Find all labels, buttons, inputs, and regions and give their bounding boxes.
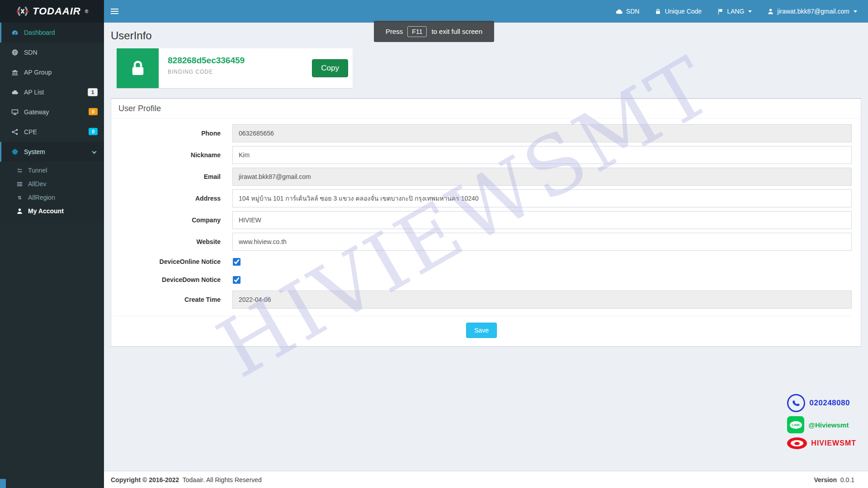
form-row-email: Email: [111, 168, 852, 186]
share-icon: [11, 128, 19, 136]
retweet-icon: [16, 194, 23, 201]
submenu-item-tunnel[interactable]: Tunnel: [0, 164, 104, 177]
system-submenu: Tunnel AllDev AllRegion My Account: [0, 162, 104, 221]
form-row-phone: Phone: [111, 124, 852, 142]
ap-list-count-badge: 1: [88, 88, 98, 96]
contact-phone-row: 020248080: [787, 394, 856, 412]
submenu-item-label: Tunnel: [28, 167, 47, 174]
brand-registered-mark: ®: [85, 9, 88, 14]
footer-copyright-text: Todaair. All Rights Reserved: [183, 476, 262, 483]
sidebar-item-ap-list[interactable]: AP List 1: [0, 82, 104, 102]
submenu-item-my-account[interactable]: My Account: [0, 204, 104, 218]
globe-icon: [11, 49, 19, 56]
nickname-field[interactable]: [232, 146, 852, 164]
binding-code-info: 828268d5ec336459 BINDING CODE: [159, 48, 245, 88]
sidebar-item-gateway[interactable]: Gateway 0: [0, 102, 104, 122]
chevron-down-icon: [748, 10, 752, 13]
toast-text-prefix: Press: [386, 28, 403, 35]
footer-version: Version 0.0.1: [814, 476, 854, 483]
contact-block: 020248080 LINE @Hiviewsmt HIVIEWSMT: [787, 394, 856, 449]
footer: Copyright © 2016-2022 Todaair. All Right…: [104, 471, 868, 488]
contact-line-handle: @Hiviewsmt: [808, 421, 849, 429]
topnav: SDN Unique Code LANG jirawat.bkk87@gmail…: [615, 0, 868, 23]
sidebar-item-sdn[interactable]: SDN: [0, 42, 104, 62]
cloud-icon: [615, 8, 623, 15]
topnav-sdn-label: SDN: [626, 8, 640, 15]
copy-button[interactable]: Copy: [312, 59, 348, 77]
sidebar-item-system[interactable]: System: [0, 142, 104, 162]
panel-title: User Profile: [111, 99, 861, 119]
save-button[interactable]: Save: [466, 323, 497, 338]
form-row-create-time: Create Time: [111, 291, 852, 309]
sidebar-item-label: Gateway: [24, 108, 49, 116]
footer-version-number: 0.0.1: [840, 476, 854, 483]
gear-icon: [11, 148, 19, 155]
field-label: Company: [111, 216, 232, 224]
save-area: Save: [111, 316, 852, 346]
topnav-user-dropdown[interactable]: jirawat.bkk87@gmail.com: [767, 0, 857, 23]
field-label: Create Time: [111, 296, 232, 303]
topnav-unique-code[interactable]: Unique Code: [655, 0, 702, 23]
brand-mark-icon: [16, 5, 29, 18]
field-label: DeviceOnline Notice: [111, 258, 232, 265]
footer-copyright: Copyright © 2016-2022 Todaair. All Right…: [111, 476, 262, 483]
flag-icon: [717, 8, 724, 15]
phone-field: [232, 124, 852, 142]
contact-line-row: LINE @Hiviewsmt: [787, 416, 856, 433]
sidebar-toggle-button[interactable]: [104, 0, 125, 23]
field-label: Email: [111, 173, 232, 180]
deviceonline-notice-checkbox[interactable]: [233, 258, 241, 266]
form-row-company: Company: [111, 211, 852, 229]
company-field[interactable]: [232, 211, 852, 229]
form-row-address: Address: [111, 189, 852, 207]
binding-code-card: 828268d5ec336459 BINDING CODE Copy: [117, 48, 353, 88]
chevron-down-icon: [854, 10, 857, 13]
topnav-sdn[interactable]: SDN: [615, 0, 640, 23]
submenu-item-allregion[interactable]: AllRegion: [0, 191, 104, 204]
footer-version-label: Version: [814, 476, 837, 483]
list-icon: [16, 181, 23, 188]
main-content: UserInfo 828268d5ec336459 BINDING CODE C…: [104, 23, 868, 471]
devicedown-notice-checkbox[interactable]: [233, 276, 241, 284]
fullscreen-toast: Press F11 to exit full screen: [374, 21, 494, 42]
binding-code-value: 828268d5ec336459: [168, 56, 245, 66]
f11-key-badge: F11: [407, 26, 427, 37]
bank-icon: [11, 69, 19, 76]
field-label: Phone: [111, 130, 232, 137]
submenu-item-label: My Account: [28, 207, 64, 215]
submenu-item-label: AllDev: [28, 180, 46, 188]
desktop-icon: [11, 108, 19, 116]
contact-brand-name: HIVIEWSMT: [811, 439, 856, 447]
cpe-count-badge: 0: [89, 128, 98, 135]
footer-copyright-years: Copyright © 2016-2022: [111, 476, 179, 483]
sidebar-item-label: CPE: [24, 128, 37, 136]
user-icon: [767, 8, 774, 15]
field-label: Nickname: [111, 151, 232, 159]
toast-text-suffix: to exit full screen: [431, 28, 482, 35]
submenu-item-label: AllRegion: [28, 194, 55, 201]
website-field[interactable]: [232, 233, 852, 251]
form-row-devicedown-notice: DeviceDown Notice: [111, 272, 852, 287]
user-profile-panel: User Profile Phone Nickname Email Addres…: [111, 98, 861, 347]
form-row-deviceonline-notice: DeviceOnline Notice: [111, 254, 852, 269]
gateway-count-badge: 0: [89, 108, 98, 115]
sidebar-item-ap-group[interactable]: AP Group: [0, 62, 104, 82]
brand-logo[interactable]: TODAAIR ®: [0, 0, 104, 23]
sidebar-item-dashboard[interactable]: Dashboard: [0, 23, 104, 42]
field-label: Website: [111, 238, 232, 245]
form-row-website: Website: [111, 233, 852, 251]
sidebar-item-cpe[interactable]: CPE 0: [0, 122, 104, 142]
sidebar: Dashboard SDN AP Group AP List 1 Gateway…: [0, 23, 104, 488]
topnav-lang-dropdown[interactable]: LANG: [717, 0, 752, 23]
dashboard-icon: [11, 29, 19, 36]
line-icon: LINE: [787, 416, 804, 433]
hiviewsmt-logo-icon: [787, 437, 807, 449]
address-field[interactable]: [232, 189, 852, 207]
form-row-nickname: Nickname: [111, 146, 852, 164]
line-bubble-text: LINE: [790, 421, 802, 429]
chevron-down-icon: [92, 150, 97, 154]
sidebar-item-label: SDN: [24, 49, 38, 56]
user-profile-form: Phone Nickname Email Address Company: [111, 119, 861, 346]
submenu-item-alldev[interactable]: AllDev: [0, 177, 104, 191]
email-field: [232, 168, 852, 186]
